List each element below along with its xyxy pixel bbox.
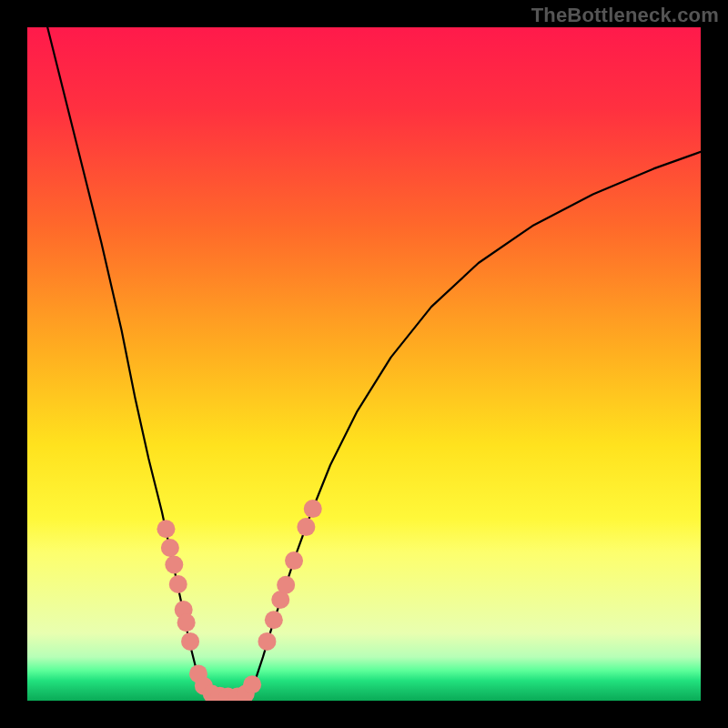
watermark-text: TheBottleneck.com (531, 4, 719, 27)
chart-frame: TheBottleneck.com (0, 0, 728, 728)
marker-dot (285, 551, 303, 570)
marker-dot (258, 632, 276, 651)
plot-svg (27, 27, 701, 701)
marker-dot (157, 520, 175, 538)
marker-dot (169, 575, 187, 593)
marker-dot (243, 675, 261, 693)
marker-dot (277, 576, 295, 594)
marker-dot (181, 632, 199, 651)
marker-dot (265, 611, 283, 629)
marker-dot (304, 500, 322, 518)
marker-dot (165, 556, 183, 574)
plot-area (27, 27, 701, 701)
marker-dot (161, 539, 179, 557)
marker-dot (297, 518, 315, 536)
marker-dot (177, 613, 196, 632)
